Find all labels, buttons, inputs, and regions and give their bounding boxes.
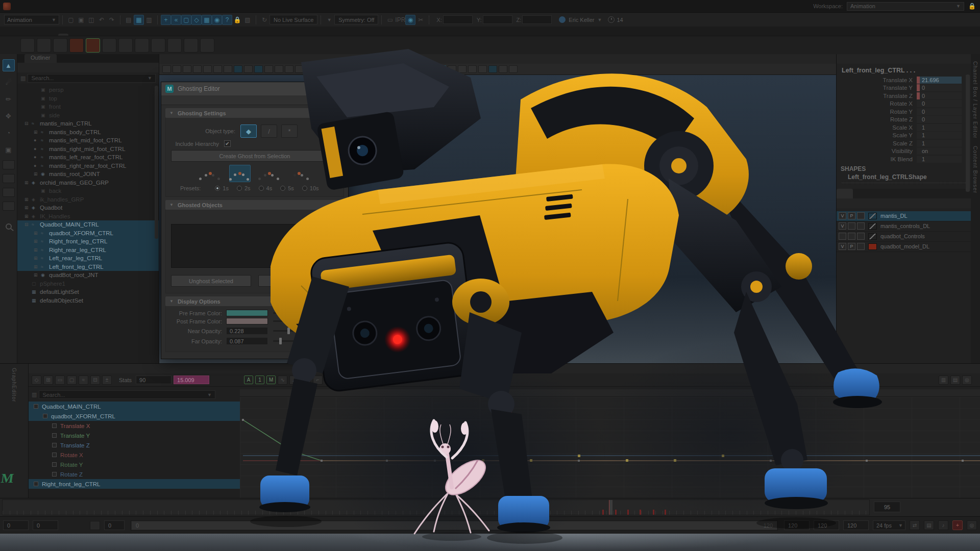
- layout-persp-graph-button[interactable]: [3, 202, 15, 211]
- highlight-selection-icon[interactable]: ▧: [242, 15, 253, 25]
- pre-frame-color-swatch[interactable]: [226, 310, 267, 316]
- expand-toggle-icon[interactable]: ⊟: [24, 121, 32, 126]
- insert-keys-icon[interactable]: ⊞: [43, 375, 53, 385]
- graph-tree-item[interactable]: Translate Y: [29, 431, 240, 440]
- channel-value-field[interactable]: 0: [917, 92, 962, 99]
- film-gate-icon[interactable]: [244, 65, 253, 73]
- graph-search-input[interactable]: Search... ▼: [39, 390, 215, 399]
- select-by-object-icon[interactable]: ▦: [134, 15, 144, 25]
- magnifier-icon[interactable]: [6, 223, 12, 230]
- outliner-item[interactable]: ⊞ ◈ IK_Handles: [17, 212, 159, 221]
- attribute-checkbox[interactable]: [52, 443, 57, 447]
- layer-display-type-toggle[interactable]: [857, 233, 865, 240]
- layer-color-swatch[interactable]: [868, 213, 877, 219]
- layer-color-swatch[interactable]: [868, 233, 877, 240]
- z-input[interactable]: [522, 15, 552, 24]
- expand-toggle-icon[interactable]: ⊞: [34, 272, 41, 278]
- close-button[interactable]: ×: [341, 86, 344, 92]
- outliner-item[interactable]: ▣ side: [17, 111, 159, 120]
- wireframe-on-shaded-icon[interactable]: [499, 65, 507, 73]
- outliner-item[interactable]: ▣ front: [17, 103, 159, 111]
- expand-toggle-icon[interactable]: ●: [34, 163, 41, 168]
- channel-value-field[interactable]: on: [917, 147, 962, 155]
- graph-editor-sidebar-tab[interactable]: GraphEditor: [11, 368, 17, 403]
- channel-row[interactable]: Scale Z 1: [837, 139, 971, 147]
- pin-channel-icon[interactable]: ◎: [962, 375, 972, 385]
- snap-to-grid-icon[interactable]: +: [161, 15, 171, 25]
- playback-button[interactable]: [939, 501, 948, 512]
- redo-icon[interactable]: ↷: [107, 15, 117, 25]
- animation-start-field[interactable]: 0: [3, 520, 29, 530]
- new-scene-icon[interactable]: ▢: [66, 15, 76, 25]
- gate-mask-icon[interactable]: [264, 65, 273, 73]
- alt-end-field[interactable]: 120: [843, 520, 869, 530]
- channel-row[interactable]: Translate Z 0: [837, 92, 971, 100]
- outliner-item[interactable]: ⊞ ◈ Quadbot: [17, 204, 159, 212]
- lock-icon[interactable]: 🔒: [968, 3, 976, 10]
- current-frame-field[interactable]: 95: [874, 502, 900, 512]
- shape-name[interactable]: Left_front_leg_CTRLShape: [837, 172, 971, 181]
- sound-toggle-icon[interactable]: ♪: [938, 520, 948, 530]
- expand-toggle-icon[interactable]: ●: [34, 138, 41, 143]
- expand-toggle-icon[interactable]: ⊞: [34, 247, 41, 253]
- move-nearest-icon[interactable]: ◇: [32, 375, 41, 385]
- frame-playback-icon[interactable]: ±: [102, 375, 112, 385]
- expand-toggle-icon[interactable]: ⊞: [24, 205, 32, 210]
- expand-toggle-icon[interactable]: ⊞: [24, 197, 32, 202]
- step-tangent-icon[interactable]: ⌐: [313, 375, 323, 385]
- outliner-item[interactable]: ▦ defaultLightSet: [17, 288, 159, 296]
- layout-single-pane-button[interactable]: [3, 160, 15, 169]
- layer-display-type-toggle[interactable]: [857, 243, 865, 250]
- layer-color-swatch[interactable]: [868, 243, 877, 250]
- layer-display-type-toggle[interactable]: [857, 222, 865, 230]
- outliner-item[interactable]: ⊞ ◈ ik_handles_GRP: [17, 195, 159, 204]
- scale-tool-icon[interactable]: ▣: [3, 143, 15, 156]
- auto-key-toggle[interactable]: +: [952, 520, 963, 530]
- current-frame-marker[interactable]: [609, 500, 612, 515]
- shelf-icon[interactable]: [118, 38, 133, 53]
- preset-radio[interactable]: 10s: [302, 185, 319, 191]
- outliner-item[interactable]: ⊞ ≈ Right_rear_leg_CTRL: [17, 246, 159, 255]
- lock-selection-icon[interactable]: 🔒: [232, 15, 242, 25]
- preset-radio[interactable]: 1s: [215, 185, 229, 191]
- far-opacity-slider[interactable]: [273, 340, 340, 342]
- channel-row[interactable]: Translate Y 0: [837, 84, 971, 92]
- select-by-hierarchy-icon[interactable]: ▤: [124, 15, 134, 25]
- expand-toggle-icon[interactable]: ●: [34, 155, 41, 160]
- channel-value-field[interactable]: 1: [917, 156, 962, 163]
- lighting-toggle-icon[interactable]: [448, 65, 456, 73]
- panel-splitter[interactable]: [842, 183, 966, 187]
- outliner-item[interactable]: ● ≈ mantis_left_rear_foot_CTRL: [17, 153, 159, 162]
- y-input[interactable]: [483, 15, 512, 24]
- attribute-checkbox[interactable]: [52, 472, 57, 477]
- filter-icon[interactable]: ▥: [32, 391, 37, 398]
- channel-value-field[interactable]: 1: [917, 132, 962, 139]
- symmetry-field[interactable]: Symmetry: Off: [334, 15, 378, 24]
- outliner-item[interactable]: ● ≈ mantis_right_rear_foot_CTRL: [17, 162, 159, 170]
- channel-row[interactable]: Rotate X 0: [837, 100, 971, 108]
- fps-select[interactable]: 24 fps▼: [873, 520, 905, 530]
- safe-action-icon[interactable]: [285, 65, 293, 73]
- stats-value-field[interactable]: 15.009: [174, 375, 209, 384]
- workspace-select[interactable]: Animation▼: [847, 2, 964, 11]
- time-slider-ruler[interactable]: [2, 499, 870, 515]
- channel-row[interactable]: Rotate Y 0: [837, 108, 971, 116]
- shelf-icon[interactable]: [200, 38, 214, 53]
- current-time-marker[interactable]: [511, 397, 512, 498]
- display-layer-row[interactable]: V P quadbot_model_DL: [837, 242, 971, 252]
- pre-frame-slider[interactable]: [273, 312, 340, 314]
- layout-persp-outliner-button[interactable]: [3, 188, 15, 197]
- channel-row[interactable]: Rotate Z 0: [837, 116, 971, 124]
- camera-attributes-icon[interactable]: [183, 65, 191, 73]
- chevron-down-icon[interactable]: ▼: [324, 15, 334, 25]
- live-surface-field[interactable]: No Live Surface: [270, 15, 317, 24]
- outliner-item[interactable]: ▣ back: [17, 187, 159, 195]
- outliner-item[interactable]: ● ≈ mantis_left_mid_foot_CTRL: [17, 136, 159, 145]
- expand-toggle-icon[interactable]: ⊞: [34, 171, 41, 177]
- ghosting-settings-header[interactable]: ▼ Ghosting Settings: [165, 108, 344, 118]
- auto-tangent-toggle[interactable]: A: [244, 375, 253, 384]
- content-browser-sidebar-tab[interactable]: Content Browser: [972, 146, 978, 193]
- layer-visibility-toggle[interactable]: V: [839, 222, 846, 230]
- outliner-item[interactable]: ⊞ ◉ quadBot_root_JNT: [17, 271, 159, 280]
- render-icon[interactable]: ▭: [385, 15, 395, 25]
